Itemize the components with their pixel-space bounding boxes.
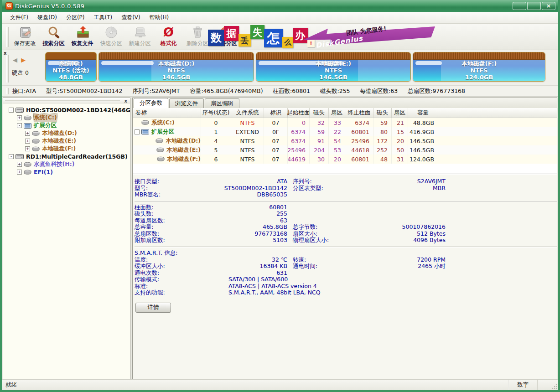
tree-item-2[interactable]: -扩展分区	[3, 122, 130, 129]
row-cell: 416.9GB	[408, 127, 438, 136]
collapse-icon[interactable]: -	[17, 123, 22, 128]
tree-item-4[interactable]: +本地磁盘(E:)	[3, 137, 130, 145]
row-cell: 20	[392, 136, 408, 145]
partition-block-2[interactable]: 本地磁盘(E:)NTFS146.5GB	[256, 52, 411, 82]
partition-block-text: 本地磁盘(E:)NTFS146.5GB	[316, 60, 351, 81]
tree-item-0[interactable]: -HD0:ST500DM002-1BD142(466GB)	[3, 106, 130, 114]
tree-item-6[interactable]: -RD1:MultipleCardReader(15GB)	[3, 153, 130, 160]
partition-block-3[interactable]: 本地磁盘(F:)NTFS124.0GB	[413, 52, 545, 82]
tab-2[interactable]: 扇区编辑	[205, 98, 239, 108]
row-cell: 07	[264, 155, 288, 164]
next-disk-icon[interactable]: ▶	[21, 57, 26, 63]
detail-row: 缓冲区大小:16384 KB通电时间:2465 小时	[135, 263, 557, 270]
menu-item-5[interactable]: 帮助(H)	[145, 12, 173, 23]
table-row-0[interactable]: 系统(C:)0NTFS07032336374592148.8GB	[133, 118, 557, 127]
close-button[interactable]: ×	[542, 2, 555, 10]
delete-partition-button[interactable]: 删除分区	[183, 24, 212, 49]
column-header-6[interactable]: 扇区	[329, 108, 345, 118]
tree-item-1[interactable]: +系统(C:)	[3, 114, 130, 122]
detail-label: 温度:	[135, 257, 203, 263]
column-header-8[interactable]: 磁头	[373, 108, 392, 118]
search-partition-button[interactable]: 搜索分区	[39, 24, 68, 49]
save-changes-button[interactable]: 保存更改	[10, 24, 39, 49]
tree-item-8[interactable]: +EFI(1)	[3, 168, 130, 176]
partition-block-1[interactable]: 本地磁盘(D:)NTFS146.5GB	[99, 52, 254, 82]
save-changes-button-label: 保存更改	[14, 40, 36, 47]
table-row-2[interactable]: 本地磁盘(D:)4NTFS07637491542549617220146.5GB	[133, 136, 557, 145]
minimize-button[interactable]	[513, 2, 526, 10]
resize-grip[interactable]	[552, 384, 557, 389]
row-volume-label: 扩展分区	[151, 128, 174, 136]
maximize-button[interactable]	[527, 2, 541, 10]
detail-row: 总扇区数:976773168扇区大小:512 Bytes	[135, 231, 557, 237]
expand-icon[interactable]: +	[25, 139, 30, 144]
expand-icon[interactable]: +	[25, 146, 30, 151]
partition-fs: NTFS (活动)	[52, 67, 89, 74]
partition-fs: NTFS	[461, 67, 497, 74]
detail-value: 5103	[203, 237, 287, 244]
prev-disk-icon[interactable]: ◀	[13, 57, 18, 63]
expand-icon[interactable]: +	[17, 170, 22, 175]
close-tree-icon[interactable]: x	[124, 98, 127, 103]
column-header-2[interactable]: 文件系统	[231, 108, 264, 118]
toolbar-grip[interactable]	[6, 27, 9, 47]
column-header-1[interactable]: 序号(状态)	[201, 108, 231, 118]
smart-detail-button[interactable]: 详情	[135, 303, 171, 313]
column-header-9[interactable]: 扇区	[392, 108, 408, 118]
tree-item-7[interactable]: +水煮鱼科技(H:)	[3, 160, 130, 168]
ad-banner[interactable]: 数据丢失怎么办! 团队 为您服务! DiskGenius	[208, 24, 440, 50]
new-partition-button[interactable]: 新建分区	[125, 24, 154, 49]
partition-size: 146.5GB	[158, 74, 195, 81]
table-row-4[interactable]: 本地磁盘(F:)6NTFS07446193020608014831124.0GB	[133, 155, 557, 164]
expand-icon[interactable]: +	[17, 115, 22, 120]
partition-fs: NTFS	[158, 67, 195, 74]
column-header-7[interactable]: 终止柱面	[345, 108, 373, 118]
detail-value: 32 ℃	[203, 257, 287, 263]
disk-details: 接口类型:ATA序列号:S2AV6JMT型号:ST500DM002-1BD142…	[133, 175, 557, 379]
detail-label: 附加扇区数:	[135, 237, 203, 244]
recover-files-button[interactable]: 恢复文件	[68, 24, 97, 49]
table-row-3[interactable]: 本地磁盘(E:)5NTFS0725496204534461825250146.5…	[133, 145, 557, 155]
new-partition-icon	[133, 26, 147, 39]
tree-item-label: 本地磁盘(E:)	[42, 137, 76, 145]
table-row-1[interactable]: -扩展分区1EXTEND0F63745922608018015416.9GB	[133, 127, 557, 136]
detail-label: 型号:	[135, 185, 203, 192]
banner-tile-1: 据	[224, 26, 239, 41]
row-cell: 146.5GB	[408, 136, 438, 145]
collapse-icon[interactable]: -	[9, 154, 14, 159]
menu-item-3[interactable]: 工具(T)	[89, 12, 117, 23]
detail-value: 512 Bytes	[367, 231, 446, 237]
format-button[interactable]: Ø格式化	[154, 24, 183, 49]
menu-item-1[interactable]: 硬盘(D)	[33, 12, 62, 23]
quick-partition-button[interactable]: 快速分区	[97, 24, 125, 49]
row-cell: 48	[373, 155, 392, 164]
overview-grip[interactable]	[6, 55, 9, 83]
partition-overview-controls: x ◀ ▶ 硬盘 0	[2, 50, 43, 85]
column-header-10[interactable]: 容量	[408, 108, 438, 118]
column-header-4[interactable]: 起始柱面	[288, 108, 310, 118]
menu-item-0[interactable]: 文件(F)	[5, 12, 33, 23]
partition-icon	[156, 147, 164, 153]
partition-icon	[32, 139, 40, 144]
column-header-0[interactable]: 卷标	[133, 108, 201, 118]
detail-label: 缓冲区大小:	[135, 263, 203, 270]
detail-label: 总字节数:	[293, 224, 367, 231]
tab-1[interactable]: 浏览文件	[169, 98, 204, 108]
row-cell: 07	[264, 136, 288, 145]
row-cell: 48.8GB	[408, 118, 438, 127]
collapse-icon[interactable]: -	[135, 129, 140, 134]
detail-value: 16384 KB	[203, 263, 287, 270]
menu-item-2[interactable]: 分区(P)	[62, 12, 89, 23]
expand-icon[interactable]: +	[17, 162, 22, 167]
partition-block-0[interactable]: 系统(C:)NTFS (活动)48.8GB	[45, 52, 97, 82]
collapse-icon[interactable]: -	[9, 108, 14, 113]
detail-value: ATA	[203, 178, 287, 185]
menu-item-4[interactable]: 查看(V)	[117, 12, 145, 23]
tree-item-5[interactable]: +本地磁盘(F:)	[3, 145, 130, 153]
expand-icon[interactable]: +	[25, 131, 30, 136]
column-header-5[interactable]: 磁头	[310, 108, 329, 118]
tree-item-3[interactable]: +本地磁盘(D:)	[3, 129, 130, 137]
row-volume-label: 本地磁盘(F:)	[167, 155, 201, 163]
column-header-3[interactable]: 标识	[264, 108, 288, 118]
tab-0[interactable]: 分区参数	[134, 98, 168, 108]
